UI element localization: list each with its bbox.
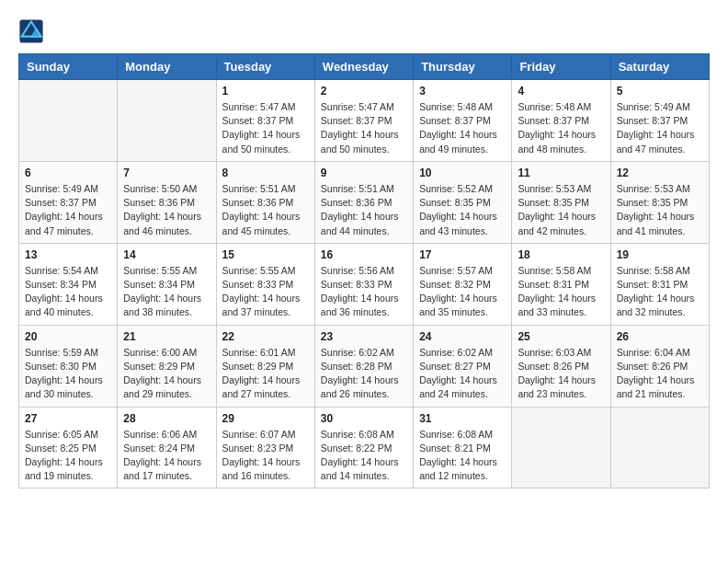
calendar-cell: 16Sunrise: 5:56 AM Sunset: 8:33 PM Dayli… <box>314 243 413 325</box>
day-number: 18 <box>518 248 604 261</box>
day-info: Sunrise: 6:00 AM Sunset: 8:29 PM Dayligh… <box>123 346 210 402</box>
logo <box>18 18 48 44</box>
calendar-cell: 22Sunrise: 6:01 AM Sunset: 8:29 PM Dayli… <box>216 325 314 407</box>
calendar-cell: 7Sunrise: 5:50 AM Sunset: 8:36 PM Daylig… <box>118 161 216 243</box>
day-number: 30 <box>321 412 407 425</box>
calendar-cell: 21Sunrise: 6:00 AM Sunset: 8:29 PM Dayli… <box>118 325 216 407</box>
calendar-cell: 9Sunrise: 5:51 AM Sunset: 8:36 PM Daylig… <box>314 161 413 243</box>
day-number: 12 <box>617 167 703 179</box>
day-info: Sunrise: 5:59 AM Sunset: 8:30 PM Dayligh… <box>25 346 111 402</box>
day-info: Sunrise: 5:56 AM Sunset: 8:33 PM Dayligh… <box>321 264 407 320</box>
day-info: Sunrise: 5:49 AM Sunset: 8:37 PM Dayligh… <box>617 100 703 156</box>
day-info: Sunrise: 6:02 AM Sunset: 8:28 PM Dayligh… <box>321 346 407 402</box>
calendar-cell: 12Sunrise: 5:53 AM Sunset: 8:35 PM Dayli… <box>610 161 709 243</box>
calendar-cell <box>610 407 709 488</box>
day-info: Sunrise: 5:47 AM Sunset: 8:37 PM Dayligh… <box>321 100 407 156</box>
calendar-cell: 8Sunrise: 5:51 AM Sunset: 8:36 PM Daylig… <box>216 161 314 243</box>
calendar-cell: 19Sunrise: 5:58 AM Sunset: 8:31 PM Dayli… <box>610 243 709 325</box>
calendar-cell: 30Sunrise: 6:08 AM Sunset: 8:22 PM Dayli… <box>314 407 413 488</box>
day-info: Sunrise: 5:53 AM Sunset: 8:35 PM Dayligh… <box>617 182 703 238</box>
day-info: Sunrise: 6:08 AM Sunset: 8:21 PM Dayligh… <box>419 428 506 484</box>
day-number: 13 <box>25 248 111 261</box>
calendar-week-row: 6Sunrise: 5:49 AM Sunset: 8:37 PM Daylig… <box>19 161 710 243</box>
calendar-cell <box>512 407 610 488</box>
day-info: Sunrise: 5:57 AM Sunset: 8:32 PM Dayligh… <box>419 264 506 320</box>
day-info: Sunrise: 5:55 AM Sunset: 8:34 PM Dayligh… <box>123 264 210 320</box>
weekday-header-sunday: Sunday <box>19 54 118 80</box>
weekday-header-thursday: Thursday <box>414 54 512 80</box>
day-info: Sunrise: 6:06 AM Sunset: 8:24 PM Dayligh… <box>123 428 210 484</box>
day-number: 15 <box>222 248 309 261</box>
calendar-cell: 1Sunrise: 5:47 AM Sunset: 8:37 PM Daylig… <box>216 80 314 162</box>
day-info: Sunrise: 5:58 AM Sunset: 8:31 PM Dayligh… <box>617 264 703 320</box>
page-header <box>18 18 710 44</box>
day-info: Sunrise: 5:51 AM Sunset: 8:36 PM Dayligh… <box>222 182 309 238</box>
day-number: 23 <box>321 330 407 343</box>
calendar-cell: 11Sunrise: 5:53 AM Sunset: 8:35 PM Dayli… <box>512 161 610 243</box>
calendar-cell: 15Sunrise: 5:55 AM Sunset: 8:33 PM Dayli… <box>216 243 314 325</box>
day-info: Sunrise: 5:54 AM Sunset: 8:34 PM Dayligh… <box>25 264 111 320</box>
calendar-week-row: 27Sunrise: 6:05 AM Sunset: 8:25 PM Dayli… <box>19 407 710 488</box>
day-number: 10 <box>419 167 506 179</box>
calendar-cell: 4Sunrise: 5:48 AM Sunset: 8:37 PM Daylig… <box>512 80 610 162</box>
day-number: 1 <box>222 85 309 98</box>
day-number: 29 <box>222 412 309 425</box>
day-number: 3 <box>419 85 506 98</box>
day-info: Sunrise: 5:49 AM Sunset: 8:37 PM Dayligh… <box>25 182 111 238</box>
calendar-cell: 23Sunrise: 6:02 AM Sunset: 8:28 PM Dayli… <box>314 325 413 407</box>
weekday-header-saturday: Saturday <box>610 54 709 80</box>
day-info: Sunrise: 5:51 AM Sunset: 8:36 PM Dayligh… <box>321 182 407 238</box>
logo-icon <box>18 18 44 44</box>
calendar-cell: 5Sunrise: 5:49 AM Sunset: 8:37 PM Daylig… <box>610 80 709 162</box>
day-number: 27 <box>25 412 111 425</box>
day-number: 25 <box>518 330 604 343</box>
day-number: 24 <box>419 330 506 343</box>
day-number: 17 <box>419 248 506 261</box>
day-info: Sunrise: 5:47 AM Sunset: 8:37 PM Dayligh… <box>222 100 309 156</box>
calendar-cell: 25Sunrise: 6:03 AM Sunset: 8:26 PM Dayli… <box>512 325 610 407</box>
day-number: 11 <box>518 167 604 179</box>
calendar-cell: 13Sunrise: 5:54 AM Sunset: 8:34 PM Dayli… <box>19 243 118 325</box>
calendar-cell: 31Sunrise: 6:08 AM Sunset: 8:21 PM Dayli… <box>414 407 512 488</box>
day-number: 6 <box>25 167 111 179</box>
day-info: Sunrise: 6:05 AM Sunset: 8:25 PM Dayligh… <box>25 428 111 484</box>
day-info: Sunrise: 6:01 AM Sunset: 8:29 PM Dayligh… <box>222 346 309 402</box>
day-number: 31 <box>419 412 506 425</box>
day-number: 14 <box>123 248 210 261</box>
calendar-cell: 26Sunrise: 6:04 AM Sunset: 8:26 PM Dayli… <box>610 325 709 407</box>
calendar-cell <box>19 80 118 162</box>
calendar-cell <box>118 80 216 162</box>
day-info: Sunrise: 5:48 AM Sunset: 8:37 PM Dayligh… <box>419 100 506 156</box>
day-info: Sunrise: 6:08 AM Sunset: 8:22 PM Dayligh… <box>321 428 407 484</box>
calendar-cell: 6Sunrise: 5:49 AM Sunset: 8:37 PM Daylig… <box>19 161 118 243</box>
day-info: Sunrise: 5:53 AM Sunset: 8:35 PM Dayligh… <box>518 182 604 238</box>
day-number: 8 <box>222 167 309 179</box>
day-info: Sunrise: 5:48 AM Sunset: 8:37 PM Dayligh… <box>518 100 604 156</box>
day-number: 9 <box>321 167 407 179</box>
day-info: Sunrise: 6:03 AM Sunset: 8:26 PM Dayligh… <box>518 346 604 402</box>
day-info: Sunrise: 5:55 AM Sunset: 8:33 PM Dayligh… <box>222 264 309 320</box>
day-info: Sunrise: 5:58 AM Sunset: 8:31 PM Dayligh… <box>518 264 604 320</box>
calendar-week-row: 13Sunrise: 5:54 AM Sunset: 8:34 PM Dayli… <box>19 243 710 325</box>
day-info: Sunrise: 6:02 AM Sunset: 8:27 PM Dayligh… <box>419 346 506 402</box>
calendar-cell: 14Sunrise: 5:55 AM Sunset: 8:34 PM Dayli… <box>118 243 216 325</box>
day-number: 5 <box>617 85 703 98</box>
day-number: 26 <box>617 330 703 343</box>
calendar-cell: 24Sunrise: 6:02 AM Sunset: 8:27 PM Dayli… <box>414 325 512 407</box>
calendar-cell: 2Sunrise: 5:47 AM Sunset: 8:37 PM Daylig… <box>314 80 413 162</box>
calendar-cell: 20Sunrise: 5:59 AM Sunset: 8:30 PM Dayli… <box>19 325 118 407</box>
day-number: 2 <box>321 85 407 98</box>
weekday-header-monday: Monday <box>118 54 216 80</box>
calendar-week-row: 1Sunrise: 5:47 AM Sunset: 8:37 PM Daylig… <box>19 80 710 162</box>
day-number: 16 <box>321 248 407 261</box>
calendar-cell: 29Sunrise: 6:07 AM Sunset: 8:23 PM Dayli… <box>216 407 314 488</box>
weekday-header-tuesday: Tuesday <box>216 54 314 80</box>
day-info: Sunrise: 5:52 AM Sunset: 8:35 PM Dayligh… <box>419 182 506 238</box>
calendar-table: SundayMondayTuesdayWednesdayThursdayFrid… <box>18 53 710 488</box>
calendar-cell: 17Sunrise: 5:57 AM Sunset: 8:32 PM Dayli… <box>414 243 512 325</box>
day-info: Sunrise: 6:07 AM Sunset: 8:23 PM Dayligh… <box>222 428 309 484</box>
calendar-cell: 27Sunrise: 6:05 AM Sunset: 8:25 PM Dayli… <box>19 407 118 488</box>
day-number: 22 <box>222 330 309 343</box>
calendar-cell: 18Sunrise: 5:58 AM Sunset: 8:31 PM Dayli… <box>512 243 610 325</box>
calendar-cell: 3Sunrise: 5:48 AM Sunset: 8:37 PM Daylig… <box>414 80 512 162</box>
